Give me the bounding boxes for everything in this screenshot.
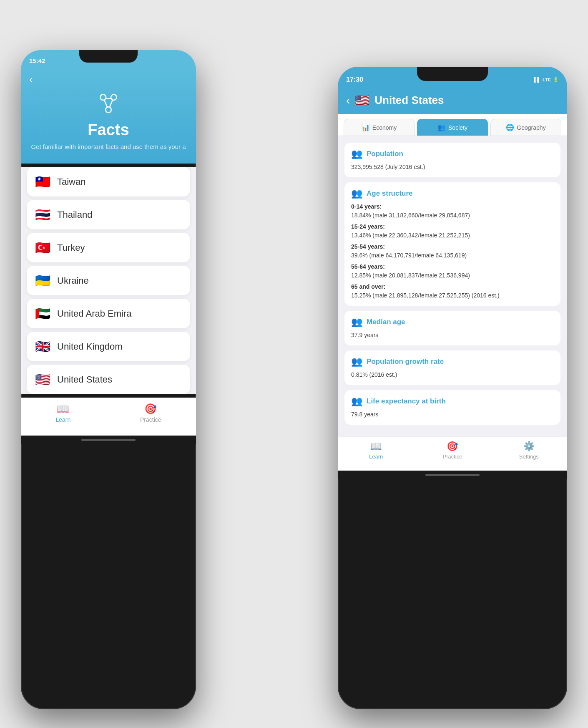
list-item[interactable]: 🇺🇸United States	[27, 365, 190, 394]
left-header-title: Facts	[88, 121, 129, 139]
svg-line-5	[110, 100, 113, 107]
country-name-label: Turkey	[57, 242, 85, 253]
section-population-header: 👥 Population	[351, 149, 554, 159]
right-settings-label: Settings	[519, 453, 539, 460]
right-status-icons: ▌▌ LTE 🔋	[534, 77, 559, 83]
battery-icon: 🔋	[553, 77, 559, 83]
right-bottom-nav: 📖 Learn 🎯 Practice ⚙️ Settings	[338, 436, 567, 471]
right-practice-icon: 🎯	[447, 441, 458, 452]
left-time: 15:42	[29, 57, 45, 64]
country-name-label: United Kingdom	[57, 341, 123, 352]
geography-icon: 🌐	[506, 123, 514, 131]
right-home-indicator	[338, 471, 567, 479]
list-item[interactable]: 🇹🇼Taiwan	[27, 167, 190, 196]
svg-point-2	[106, 107, 111, 113]
network-icon	[94, 90, 123, 117]
right-time: 17:30	[346, 76, 363, 83]
section-growth-rate: 👥 Population growth rate 0.81% (2016 est…	[344, 350, 560, 385]
list-item[interactable]: 🇦🇪United Arab Emira	[27, 299, 190, 328]
section-life-header: 👥 Life expectancy at birth	[351, 396, 554, 407]
right-nav-practice[interactable]: 🎯 Practice	[438, 441, 467, 460]
median-age-value: 37.9 years	[351, 331, 554, 340]
scene: 15:42 ‹ Facts Get	[8, 17, 580, 728]
section-age-structure: 👥 Age structure 0-14 years:18.84% (male …	[344, 182, 560, 306]
section-median-header: 👥 Median age	[351, 317, 554, 327]
left-back-button[interactable]: ‹	[29, 73, 33, 86]
growth-rate-title: Population growth rate	[367, 358, 444, 366]
learn-icon: 📖	[57, 403, 69, 415]
right-home-bar	[425, 474, 480, 476]
growth-rate-value: 0.81% (2016 est.)	[351, 370, 554, 379]
growth-rate-icon: 👥	[351, 356, 362, 367]
age-65-over: 65 and over:15.25% (male 21,895,128/fema…	[351, 282, 554, 300]
phone-left: 15:42 ‹ Facts Get	[21, 50, 196, 709]
right-nav-settings[interactable]: ⚙️ Settings	[514, 441, 543, 460]
svg-line-4	[104, 100, 108, 107]
right-nav-learn[interactable]: 📖 Learn	[362, 441, 391, 460]
content-area: 👥 Population 323,995,528 (July 2016 est.…	[338, 136, 567, 436]
tab-economy[interactable]: 📊 Economy	[344, 119, 415, 136]
section-population: 👥 Population 323,995,528 (July 2016 est.…	[344, 143, 560, 177]
life-expectancy-icon: 👥	[351, 396, 362, 407]
list-item[interactable]: 🇹🇷Turkey	[27, 233, 190, 262]
population-value: 323,995,528 (July 2016 est.)	[351, 163, 554, 171]
right-header: ‹ 🇺🇸 United States	[338, 89, 567, 114]
age-25-54: 25-54 years:39.6% (male 64,170,791/femal…	[351, 242, 554, 260]
section-life-expectancy: 👥 Life expectancy at birth 79.8 years	[344, 390, 560, 425]
society-icon: 👥	[437, 123, 446, 131]
country-list: 🇹🇼Taiwan🇹🇭Thailand🇹🇷Turkey🇺🇦Ukraine🇦🇪Uni…	[21, 167, 196, 394]
right-learn-label: Learn	[369, 453, 383, 460]
median-age-title: Median age	[367, 318, 405, 326]
country-name-label: Taiwan	[57, 176, 85, 187]
tab-society[interactable]: 👥 Society	[417, 119, 488, 136]
left-nav-learn[interactable]: 📖 Learn	[55, 403, 70, 423]
age-0-14: 0-14 years:18.84% (male 31,182,660/femal…	[351, 202, 554, 220]
left-bottom-nav: 📖 Learn 🎯 Practice	[21, 398, 196, 436]
section-growth-header: 👥 Population growth rate	[351, 356, 554, 367]
right-back-button[interactable]: ‹	[346, 94, 350, 107]
right-notch	[417, 67, 488, 81]
country-flag-icon: 🇦🇪	[35, 306, 50, 321]
age-structure-icon: 👥	[351, 188, 362, 199]
left-notch	[79, 50, 138, 63]
country-name-label: Thailand	[57, 209, 92, 220]
right-learn-icon: 📖	[370, 441, 382, 452]
left-header: ‹ Facts Get familiar with important fact…	[21, 71, 196, 164]
list-item[interactable]: 🇺🇦Ukraine	[27, 266, 190, 295]
country-flag-icon: 🇬🇧	[35, 339, 50, 354]
right-country-name: United States	[374, 94, 444, 107]
tab-society-label: Society	[448, 124, 467, 131]
left-nav-practice-label: Practice	[140, 416, 161, 423]
economy-icon: 📊	[362, 123, 370, 131]
age-15-24: 15-24 years:13.46% (male 22,360,342/fema…	[351, 222, 554, 240]
country-flag-icon: 🇹🇭	[35, 207, 50, 222]
left-nav-practice[interactable]: 🎯 Practice	[140, 403, 161, 423]
tab-geography-label: Geography	[517, 124, 545, 131]
country-name-label: Ukraine	[57, 275, 89, 286]
age-55-64: 55-64 years:12.85% (male 20,081,837/fema…	[351, 262, 554, 280]
country-flag-icon: 🇹🇼	[35, 174, 50, 189]
population-icon: 👥	[351, 149, 362, 159]
list-item[interactable]: 🇹🇭Thailand	[27, 200, 190, 229]
population-title: Population	[367, 150, 403, 158]
left-header-subtitle: Get familiar with important facts and us…	[31, 142, 186, 151]
section-median-age: 👥 Median age 37.9 years	[344, 311, 560, 345]
svg-point-0	[100, 94, 106, 100]
median-age-icon: 👥	[351, 317, 362, 327]
country-name-label: United States	[57, 374, 112, 385]
country-flag-icon: 🇺🇸	[35, 372, 50, 387]
country-flag-icon: 🇹🇷	[35, 240, 50, 255]
left-home-indicator	[21, 436, 196, 444]
practice-icon: 🎯	[144, 403, 157, 415]
svg-point-1	[111, 94, 117, 100]
country-name-label: United Arab Emira	[57, 308, 132, 319]
tab-geography[interactable]: 🌐 Geography	[490, 119, 561, 136]
list-item[interactable]: 🇬🇧United Kingdom	[27, 332, 190, 361]
life-expectancy-title: Life expectancy at birth	[367, 397, 446, 406]
tabs-bar: 📊 Economy 👥 Society 🌐 Geography	[338, 114, 567, 136]
left-home-bar	[81, 439, 136, 441]
right-country-flag: 🇺🇸	[355, 93, 369, 107]
lte-label: LTE	[543, 77, 551, 82]
phone-left-inner: 15:42 ‹ Facts Get	[21, 50, 196, 709]
phone-right-inner: 17:30 ▌▌ LTE 🔋 ‹ 🇺🇸 United States 📊 Econ…	[338, 67, 567, 709]
